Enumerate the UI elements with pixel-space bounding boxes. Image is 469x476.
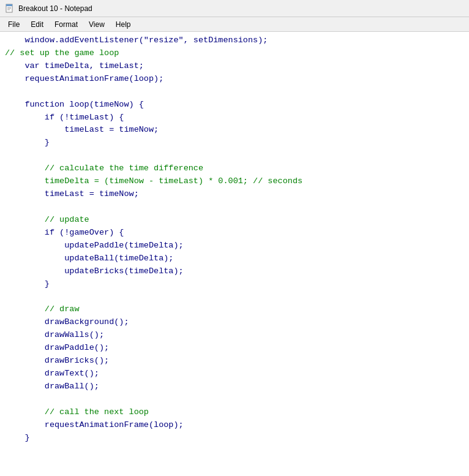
code-line: // call the next loop [0, 406, 469, 419]
code-line: var timeDelta, timeLast; [0, 60, 469, 73]
code-line: requestAnimationFrame(loop); [0, 73, 469, 86]
menu-help[interactable]: Help [110, 18, 137, 31]
code-area[interactable]: window.addEventListener("resize", setDim… [0, 32, 469, 476]
menu-edit[interactable]: Edit [25, 18, 49, 31]
code-line: } [0, 137, 469, 149]
menu-bar: File Edit Format View Help [0, 17, 469, 32]
menu-view[interactable]: View [83, 18, 110, 31]
code-line: drawBricks(); [0, 355, 469, 368]
code-line: } [0, 432, 469, 445]
code-line: } [0, 278, 469, 291]
code-line [0, 290, 469, 303]
code-line: requestAnimationFrame(loop); [0, 419, 469, 432]
code-line: drawBackground(); [0, 316, 469, 329]
code-line: function loop(timeNow) { [0, 99, 469, 111]
code-line: updateBall(timeDelta); [0, 252, 469, 265]
code-line: timeDelta = (timeNow - timeLast) * 0.001… [0, 175, 469, 188]
code-line: timeLast = timeNow; [0, 124, 469, 137]
notepad-icon [5, 4, 15, 13]
title-bar-text: Breakout 10 - Notepad [18, 4, 92, 13]
code-line: updatePaddle(timeDelta); [0, 240, 469, 252]
code-line: drawPaddle(); [0, 342, 469, 355]
code-line: if (!timeLast) { [0, 111, 469, 124]
code-line: drawText(); [0, 368, 469, 380]
svg-rect-1 [6, 4, 12, 6]
code-line: // update [0, 214, 469, 227]
code-line: updateBricks(timeDelta); [0, 265, 469, 278]
code-line [0, 149, 469, 162]
code-line [0, 393, 469, 406]
code-line: timeLast = timeNow; [0, 188, 469, 201]
code-line: drawWalls(); [0, 329, 469, 342]
code-line: window.addEventListener("resize", setDim… [0, 34, 469, 47]
code-line: // set up the game loop [0, 47, 469, 60]
code-line: drawBall(); [0, 380, 469, 393]
code-line: if (!gameOver) { [0, 227, 469, 240]
code-line [0, 86, 469, 99]
menu-format[interactable]: Format [49, 18, 83, 31]
code-line: // draw [0, 303, 469, 316]
code-line [0, 201, 469, 214]
menu-file[interactable]: File [2, 18, 25, 31]
title-bar: Breakout 10 - Notepad [0, 0, 469, 17]
code-line: // calculate the time difference [0, 162, 469, 175]
